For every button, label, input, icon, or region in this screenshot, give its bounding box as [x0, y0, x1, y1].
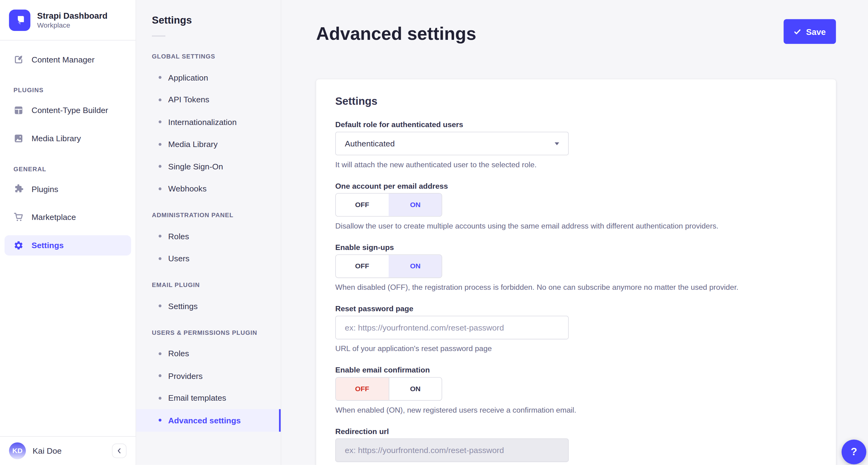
subnav-item-up-providers[interactable]: Providers: [136, 365, 281, 387]
user-name: Kai Doe: [33, 446, 62, 455]
strapi-logo-icon: [9, 9, 30, 31]
field-label: One account per email address: [335, 181, 817, 191]
field-enable-email-confirmation: Enable email confirmation OFF ON When en…: [335, 365, 817, 415]
sidebar-item-content-type-builder[interactable]: Content-Type Builder: [5, 100, 131, 120]
bullet-icon: [159, 143, 161, 146]
default-role-select[interactable]: Authenticated: [335, 132, 568, 155]
app-title: Strapi Dashboard: [37, 11, 107, 21]
user-row: KD Kai Doe: [0, 436, 136, 465]
subnav-item-media-library[interactable]: Media Library: [136, 133, 281, 155]
reset-password-page-input[interactable]: [335, 316, 568, 340]
main-content: Advanced settings Save Settings Default …: [281, 0, 868, 465]
marketplace-cart-icon: [13, 212, 24, 223]
subnav-list-administration-panel: Roles Users: [136, 225, 281, 269]
save-button[interactable]: Save: [783, 19, 836, 44]
enable-sign-ups-toggle: OFF ON: [335, 254, 442, 278]
subnav-list-email-plugin: Settings: [136, 295, 281, 317]
sidebar-item-label: Settings: [32, 241, 64, 250]
field-label: Redirection url: [335, 427, 817, 436]
bullet-icon: [159, 76, 161, 79]
media-library-icon: [13, 133, 24, 143]
save-button-label: Save: [806, 27, 826, 36]
bullet-icon: [159, 304, 161, 307]
main-sidebar: Strapi Dashboard Workplace Content Manag…: [0, 0, 136, 465]
field-hint: It will attach the new authenticated use…: [335, 160, 817, 170]
field-enable-sign-ups: Enable sign-ups OFF ON When disabled (OF…: [335, 242, 817, 293]
field-hint: Disallow the user to create multiple acc…: [335, 221, 817, 231]
toggle-on-option[interactable]: ON: [389, 255, 442, 277]
subnav-item-single-sign-on[interactable]: Single Sign-On: [136, 155, 281, 178]
enable-email-confirmation-toggle: OFF ON: [335, 377, 442, 401]
workspace-name: Workplace: [37, 22, 107, 29]
chevron-down-icon: [555, 142, 559, 145]
sidebar-item-media-library[interactable]: Media Library: [5, 128, 131, 149]
page-title: Advanced settings: [316, 24, 476, 44]
divider: [152, 35, 165, 37]
subnav-section-email-plugin: EMAIL PLUGIN: [152, 282, 265, 288]
card-title: Settings: [335, 95, 817, 108]
subnav-section-global-settings: GLOBAL SETTINGS: [152, 54, 265, 60]
toggle-on-option[interactable]: ON: [389, 378, 442, 400]
bullet-icon: [159, 397, 161, 400]
redirection-url-input: [335, 438, 568, 462]
subnav-item-internationalization[interactable]: Internationalization: [136, 111, 281, 133]
subnav-item-api-tokens[interactable]: API Tokens: [136, 89, 281, 111]
chevron-left-icon: [116, 447, 122, 454]
avatar: KD: [9, 442, 26, 459]
sidebar-item-marketplace[interactable]: Marketplace: [5, 207, 131, 227]
toggle-on-option[interactable]: ON: [389, 194, 442, 216]
bullet-icon: [159, 419, 161, 422]
bullet-icon: [159, 187, 161, 190]
collapse-sidebar-button[interactable]: [112, 443, 127, 458]
field-label: Enable sign-ups: [335, 242, 817, 252]
toggle-off-option[interactable]: OFF: [336, 378, 389, 400]
select-value: Authenticated: [345, 139, 395, 148]
subnav-item-admin-users[interactable]: Users: [136, 248, 281, 270]
plugins-puzzle-icon: [13, 184, 24, 194]
field-hint: When enabled (ON), new registered users …: [335, 405, 817, 415]
field-one-account-per-email: One account per email address OFF ON Dis…: [335, 181, 817, 232]
brand-text: Strapi Dashboard Workplace: [37, 11, 107, 29]
field-hint: When disabled (OFF), the registration pr…: [335, 283, 817, 293]
content-manager-icon: [13, 55, 24, 65]
check-icon: [794, 28, 801, 35]
sidebar-item-content-manager[interactable]: Content Manager: [5, 50, 131, 70]
content-type-builder-icon: [13, 106, 24, 115]
bullet-icon: [159, 235, 161, 238]
bullet-icon: [159, 374, 161, 377]
subnav-section-users-permissions: USERS & PERMISSIONS PLUGIN: [152, 329, 265, 336]
subnav-list-global-settings: Application API Tokens Internationalizat…: [136, 66, 281, 200]
bullet-icon: [159, 257, 161, 260]
sidebar-item-plugins[interactable]: Plugins: [5, 179, 131, 199]
settings-subnav: Settings GLOBAL SETTINGS Application API…: [136, 0, 281, 465]
sidebar-section-general: GENERAL: [5, 156, 131, 179]
subnav-title: Settings: [152, 14, 267, 26]
sidebar-item-label: Plugins: [32, 185, 58, 194]
bullet-icon: [159, 352, 161, 355]
help-button[interactable]: ?: [842, 440, 866, 464]
subnav-item-up-roles[interactable]: Roles: [136, 343, 281, 365]
subnav-item-up-email-templates[interactable]: Email templates: [136, 387, 281, 409]
field-label: Enable email confirmation: [335, 365, 817, 375]
toggle-off-option[interactable]: OFF: [336, 194, 389, 216]
field-reset-password-page: Reset password page URL of your applicat…: [335, 304, 817, 354]
sidebar-section-plugins: PLUGINS: [5, 78, 131, 100]
toggle-off-option[interactable]: OFF: [336, 255, 389, 277]
subnav-item-email-settings[interactable]: Settings: [136, 295, 281, 317]
field-hint: URL of your application's reset password…: [335, 344, 817, 354]
subnav-item-up-advanced-settings[interactable]: Advanced settings: [136, 409, 281, 432]
one-account-per-email-toggle: OFF ON: [335, 193, 442, 216]
field-label: Default role for authenticated users: [335, 120, 817, 129]
subnav-list-users-permissions: Roles Providers Email templates Advanced…: [136, 343, 281, 431]
sidebar-item-label: Marketplace: [32, 213, 76, 222]
sidebar-item-settings[interactable]: Settings: [5, 235, 131, 256]
subnav-item-admin-roles[interactable]: Roles: [136, 225, 281, 248]
field-redirection-url: Redirection url: [335, 427, 817, 462]
bullet-icon: [159, 98, 161, 101]
subnav-item-application[interactable]: Application: [136, 66, 281, 89]
bullet-icon: [159, 165, 161, 168]
sidebar-item-label: Content Manager: [32, 55, 95, 64]
subnav-section-administration-panel: ADMINISTRATION PANEL: [152, 212, 265, 219]
settings-card: Settings Default role for authenticated …: [316, 79, 836, 465]
subnav-item-webhooks[interactable]: Webhooks: [136, 178, 281, 200]
